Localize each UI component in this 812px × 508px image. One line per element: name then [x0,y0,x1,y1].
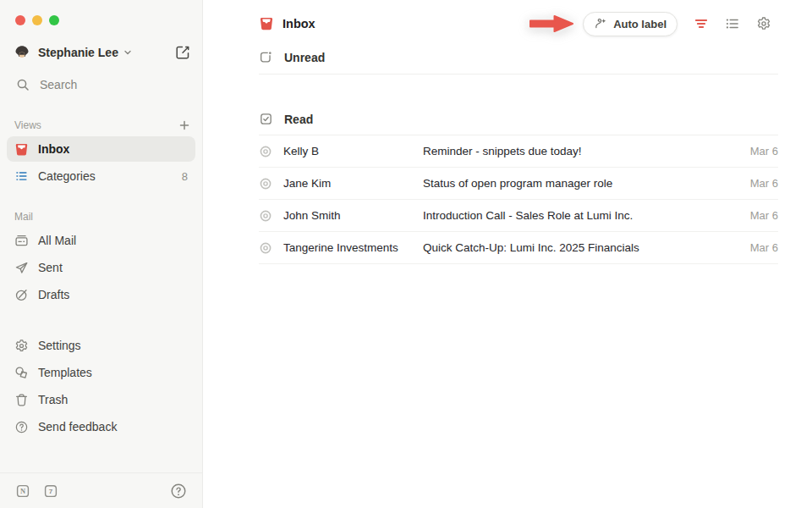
templates-icon [14,366,29,380]
avatar [14,44,30,61]
read-checkbox-icon [259,112,273,126]
zoom-window-button[interactable] [49,15,59,25]
sidebar-item-drafts[interactable]: Drafts [7,282,195,307]
sidebar-item-label: Settings [38,339,81,352]
email-subject: Status of open program manager role [423,177,750,190]
list-view-icon[interactable] [725,16,740,31]
main-content: Inbox Auto label [203,0,812,508]
inbox-icon [14,142,29,157]
sidebar-item-label: Categories [38,169,96,183]
sidebar-item-label: Sent [38,261,63,274]
search-placeholder: Search [40,78,77,91]
email-sender: John Smith [283,209,423,222]
email-date: Mar 6 [750,209,778,222]
sent-icon [14,261,29,275]
email-row[interactable]: Jane Kim Status of open program manager … [259,168,778,200]
sidebar-item-label: All Mail [38,234,76,247]
sidebar: Stephanie Lee Search Views [0,0,203,508]
mail-section-label: Mail [14,211,33,223]
svg-text:7: 7 [49,488,53,495]
read-ring-icon [259,177,272,190]
read-ring-icon [259,241,272,255]
drafts-icon [14,288,29,302]
sidebar-item-sent[interactable]: Sent [7,255,195,280]
email-sender: Jane Kim [283,177,423,190]
email-date: Mar 6 [750,241,778,254]
profile-name: Stephanie Lee [38,46,118,59]
sidebar-item-label: Drafts [38,288,69,301]
unread-empty-space [259,75,778,103]
page-title: Inbox [283,17,315,30]
sidebar-item-send-feedback[interactable]: Send feedback [7,414,195,439]
notion-logo-icon[interactable]: N [15,483,30,499]
email-date: Mar 6 [750,177,778,190]
email-list: Unread Read Kelly B Reminder - snippets … [259,41,778,264]
window-controls [0,0,202,25]
inbox-icon [259,16,274,31]
section-label: Unread [284,51,325,64]
add-view-icon[interactable] [178,119,190,131]
sidebar-item-settings[interactable]: Settings [7,333,195,358]
email-subject: Introduction Call - Sales Role at Lumi I… [423,209,750,222]
minimize-window-button[interactable] [32,15,42,25]
chevron-down-icon [123,48,132,57]
red-arrow-annotation [527,11,576,36]
settings-gear-icon[interactable] [756,16,771,31]
search-input[interactable]: Search [14,71,190,98]
sidebar-item-label: Send feedback [38,420,117,433]
email-row[interactable]: Kelly B Reminder - snippets due today! M… [259,135,778,168]
read-section-header[interactable]: Read [259,103,778,135]
auto-label-button-label: Auto label [613,18,667,30]
svg-text:N: N [20,487,26,495]
email-row[interactable]: John Smith Introduction Call - Sales Rol… [259,200,778,232]
email-subject: Reminder - snippets due today! [423,145,750,157]
help-icon[interactable] [170,483,187,500]
all-mail-icon [14,234,29,248]
sidebar-item-label: Inbox [38,142,69,156]
email-sender: Kelly B [283,145,423,157]
compose-icon[interactable] [175,45,190,60]
read-ring-icon [259,145,272,158]
section-label: Read [284,113,313,126]
inbox-header: Inbox Auto label [259,7,771,41]
close-window-button[interactable] [15,15,25,25]
read-ring-icon [259,209,272,223]
search-icon [15,77,30,92]
sidebar-item-trash[interactable]: Trash [7,387,195,412]
email-date: Mar 6 [750,145,778,157]
filter-icon[interactable] [694,16,709,31]
sidebar-item-all-mail[interactable]: All Mail [7,228,195,253]
categories-count-badge: 8 [182,170,188,183]
unread-icon [259,50,273,64]
unread-section-header[interactable]: Unread [259,41,778,75]
views-section-header: Views [14,115,190,135]
sidebar-item-label: Trash [38,393,68,406]
email-subject: Quick Catch-Up: Lumi Inc. 2025 Financial… [423,241,750,254]
auto-label-button[interactable]: Auto label [583,12,678,36]
sidebar-item-label: Templates [38,366,92,379]
categories-icon [14,169,29,184]
mail-section-header: Mail [14,207,190,227]
calendar-icon[interactable]: 7 [43,483,58,499]
auto-label-wand-icon [594,17,607,30]
question-circle-icon [14,420,29,434]
email-sender: Tangerine Investments [283,241,423,254]
trash-icon [14,393,29,407]
sidebar-item-templates[interactable]: Templates [7,360,195,385]
views-section-label: Views [14,119,41,131]
account-switcher[interactable]: Stephanie Lee [14,39,190,66]
email-row[interactable]: Tangerine Investments Quick Catch-Up: Lu… [259,232,778,264]
sidebar-item-inbox[interactable]: Inbox [7,136,195,162]
sidebar-item-categories[interactable]: Categories 8 [7,163,195,189]
sidebar-footer: N 7 [0,472,202,508]
gear-icon [14,339,29,353]
